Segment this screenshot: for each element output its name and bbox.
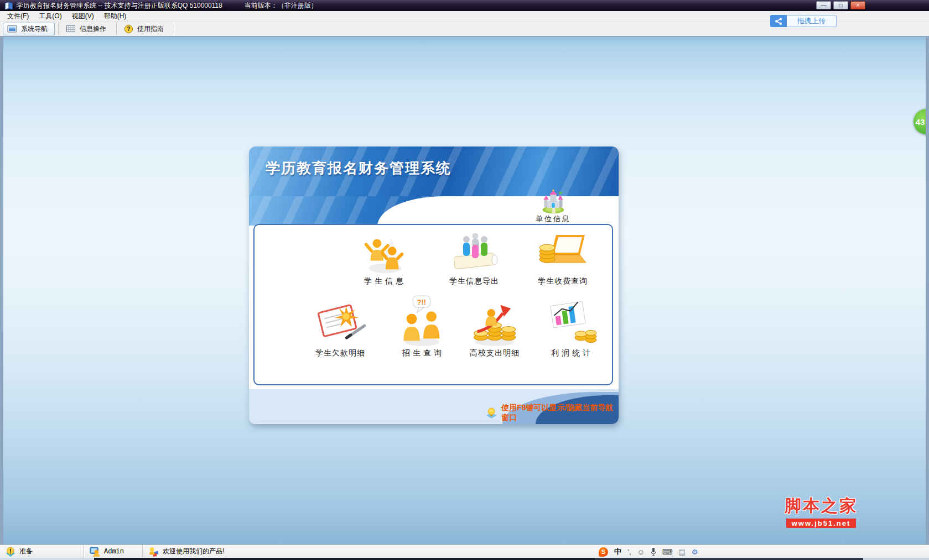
item-label: 学生信息: [346, 276, 424, 286]
punctuation-icon[interactable]: ’,: [627, 548, 631, 556]
watermark-title: 脚本之家: [785, 495, 858, 517]
unit-info-label: 单位信息: [525, 214, 582, 224]
item-label: 学生收费查询: [524, 276, 601, 286]
system-nav-button[interactable]: 系统导航: [3, 23, 55, 35]
unit-info-item[interactable]: 单位信息: [525, 189, 582, 224]
toolbox-icon[interactable]: ⚙: [692, 548, 698, 556]
welcome-icon: [148, 546, 159, 557]
desktop-area: 43 学历教育报名财务管理系统: [0, 36, 929, 545]
panel-title: 学历教育报名财务管理系统: [266, 159, 451, 178]
tip-text: 使用F8键可以显示/隐藏当前导航窗口: [501, 403, 619, 423]
keyboard-icon[interactable]: ⌨: [662, 548, 673, 556]
students-icon: [346, 227, 424, 275]
panel-swoosh-white: [377, 196, 619, 226]
info-operation-label: 信息操作: [80, 24, 106, 34]
item-admission-query[interactable]: ?!! 招生查询: [385, 287, 462, 358]
window-version-label: 当前版本：（非注册版）: [245, 1, 318, 11]
navigation-panel: 学历教育报名财务管理系统 单位信息: [249, 146, 619, 424]
document-star-icon: [302, 287, 379, 347]
share-nodes-icon: [770, 15, 787, 27]
drag-upload-label: 拖拽上传: [787, 15, 837, 27]
menu-file[interactable]: 文件(F): [2, 11, 34, 22]
menu-help[interactable]: 帮助(H): [99, 11, 132, 22]
item-label: 利润统计: [533, 348, 611, 358]
maximize-button[interactable]: □: [833, 1, 848, 9]
item-label: 学生欠款明细: [302, 348, 379, 358]
question-icon: ?: [124, 24, 133, 34]
chart-coins-icon: [533, 287, 611, 347]
taskbar-sliver: [0, 558, 929, 560]
grid-icon: [66, 25, 76, 33]
status-ready-section: 准备: [0, 545, 84, 558]
svg-text:?!!: ?!!: [417, 299, 426, 306]
watermark: 脚本之家 www.jb51.net: [785, 495, 858, 528]
floating-speed-badge[interactable]: 43: [914, 109, 929, 134]
people-question-icon: ?!!: [385, 287, 462, 347]
status-user-section: Admin: [84, 545, 143, 558]
status-welcome-section: 欢迎使用我们的产品!: [143, 545, 230, 558]
item-student-info-export[interactable]: 学生信息导出: [435, 227, 513, 286]
item-label: 招生查询: [385, 348, 462, 358]
info-operation-button[interactable]: 信息操作: [62, 23, 113, 35]
status-user-label: Admin: [104, 548, 124, 556]
watermark-url: www.jb51.net: [786, 519, 857, 528]
item-student-info[interactable]: 学生信息: [346, 227, 424, 286]
minimize-button[interactable]: —: [816, 1, 831, 9]
item-student-fee-query[interactable]: 学生收费查询: [524, 227, 601, 286]
item-university-expense-detail[interactable]: 高校支出明细: [456, 287, 533, 358]
user-guide-button[interactable]: ? 使用指南: [120, 23, 170, 35]
coins-climb-icon: [456, 287, 533, 347]
castle-icon: [541, 189, 566, 214]
close-button[interactable]: ×: [850, 1, 865, 9]
status-bar: 准备 Admin 欢迎使用我们的产品! S 中 ’, ☺ ⌨ ▤: [0, 545, 929, 558]
toolbar-separator: [174, 23, 174, 34]
input-lang-icon[interactable]: 中: [614, 547, 621, 557]
title-bar: 学历教育报名财务管理系统 -- 技术支持与注册正版联系QQ 510000118 …: [0, 0, 929, 11]
window-controls: — □ ×: [816, 1, 865, 9]
clipboard-icon[interactable]: ▤: [679, 548, 686, 556]
panel-grid: 学生信息 学生: [253, 224, 613, 385]
input-method-tray: S 中 ’, ☺ ⌨ ▤ ⚙: [599, 545, 698, 558]
item-student-arrears-detail[interactable]: 学生欠款明细: [302, 287, 379, 358]
status-welcome-label: 欢迎使用我们的产品!: [163, 547, 224, 556]
toolbar-separator: [116, 23, 117, 34]
drag-upload-button[interactable]: 拖拽上传: [770, 15, 837, 27]
admin-user-icon: [90, 546, 100, 557]
monitor-icon: [7, 25, 17, 33]
item-label: 高校支出明细: [456, 348, 533, 358]
toolbar-separator: [58, 23, 59, 34]
laptop-coins-icon: [524, 227, 601, 275]
panel-footer: 使用F8键可以显示/隐藏当前导航窗口: [249, 389, 619, 424]
menu-view[interactable]: 视图(V): [67, 11, 99, 22]
mic-icon[interactable]: [651, 547, 656, 556]
ready-icon: [6, 547, 15, 557]
item-profit-statistics[interactable]: 利润统计: [533, 287, 611, 358]
smiley-icon[interactable]: ☺: [637, 548, 645, 556]
bulb-icon: [486, 407, 497, 419]
user-guide-label: 使用指南: [137, 24, 164, 34]
people-scroll-icon: [435, 227, 513, 275]
item-label: 学生信息导出: [435, 276, 513, 286]
system-nav-label: 系统导航: [21, 24, 48, 34]
sogou-logo-icon[interactable]: S: [599, 547, 608, 557]
menu-tools[interactable]: 工具(O): [34, 11, 66, 22]
f8-tip: 使用F8键可以显示/隐藏当前导航窗口: [486, 403, 619, 423]
status-ready-label: 准备: [19, 547, 33, 556]
app-logo-icon: [4, 2, 13, 10]
svg-text:?: ?: [127, 26, 130, 32]
window-title: 学历教育报名财务管理系统 -- 技术支持与注册正版联系QQ 510000118: [17, 1, 222, 11]
